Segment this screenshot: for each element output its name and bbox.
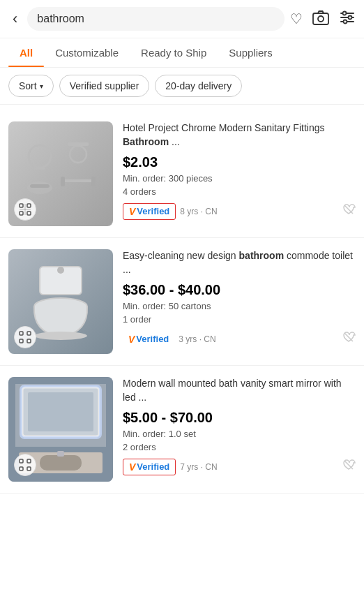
product-title: Easy-cleaning new design bathroom commod… — [123, 249, 356, 276]
wishlist-icon[interactable] — [342, 202, 356, 220]
svg-point-11 — [70, 146, 86, 163]
verified-badge: V Verified — [123, 459, 176, 475]
product-info: Easy-cleaning new design bathroom commod… — [123, 249, 356, 354]
svg-rect-17 — [20, 204, 23, 207]
product-list: Hotel Project Chrome Modern Sanitary Fit… — [0, 105, 364, 499]
svg-rect-45 — [27, 467, 31, 470]
verified-badge: V Verified — [123, 332, 174, 347]
verified-text: Verified — [137, 461, 169, 472]
svg-rect-19 — [20, 212, 23, 215]
svg-rect-42 — [20, 459, 23, 463]
svg-rect-9 — [34, 167, 45, 170]
svg-rect-15 — [61, 177, 65, 186]
verified-meta: 7 yrs · CN — [180, 462, 217, 472]
verified-supplier-filter[interactable]: Verified supplier — [59, 75, 150, 97]
camera-icon[interactable] — [312, 10, 329, 29]
svg-line-23 — [344, 205, 353, 214]
verified-meta: 8 yrs · CN — [180, 207, 217, 216]
svg-rect-44 — [20, 467, 23, 470]
scan-button-2[interactable] — [14, 326, 36, 348]
verified-text: Verified — [137, 206, 169, 216]
product-min-order: Min. order: 1.0 set — [123, 429, 356, 439]
svg-point-27 — [57, 267, 64, 274]
product-orders: 2 orders — [123, 442, 356, 452]
svg-rect-14 — [61, 179, 96, 182]
verified-badge: V Verified — [123, 203, 176, 220]
svg-rect-32 — [27, 339, 31, 343]
search-bar[interactable]: bathroom — [27, 7, 285, 31]
header: ‹ bathroom ♡ — [0, 0, 364, 38]
verified-meta: 3 yrs · CN — [179, 334, 215, 344]
tab-customizable[interactable]: Customizable — [44, 38, 130, 67]
tabs-bar: All Customizable Ready to Ship Suppliers — [0, 38, 364, 68]
wishlist-icon[interactable] — [342, 458, 356, 475]
svg-rect-29 — [20, 332, 23, 335]
product-price: $2.03 — [123, 154, 356, 170]
verified-row: V Verified 7 yrs · CN — [123, 458, 356, 475]
wishlist-icon[interactable] — [342, 330, 356, 348]
svg-rect-13 — [30, 184, 50, 188]
svg-rect-41 — [57, 451, 64, 457]
header-icons: ♡ — [290, 10, 356, 29]
table-row: Hotel Project Chrome Modern Sanitary Fit… — [0, 110, 364, 238]
search-text: bathroom — [37, 13, 84, 25]
svg-point-6 — [349, 15, 352, 19]
product-title: Modern wall mounted bath vanity smart mi… — [123, 377, 356, 404]
product-price: $5.00 - $70.00 — [123, 410, 356, 426]
product-title: Hotel Project Chrome Modern Sanitary Fit… — [123, 121, 356, 149]
table-row: Modern wall mounted bath vanity smart mi… — [0, 366, 364, 494]
back-button[interactable]: ‹ — [8, 7, 22, 31]
svg-point-5 — [343, 11, 347, 15]
svg-point-1 — [318, 16, 324, 22]
svg-rect-38 — [28, 392, 93, 431]
tab-all[interactable]: All — [8, 38, 44, 67]
svg-line-33 — [344, 333, 353, 341]
verified-v-icon: V — [128, 334, 135, 345]
product-min-order: Min. order: 50 cartons — [123, 301, 356, 311]
delivery-filter[interactable]: 20-day delivery — [155, 75, 242, 97]
verified-text: Verified — [136, 334, 169, 344]
svg-point-7 — [344, 20, 347, 23]
tab-suppliers[interactable]: Suppliers — [218, 38, 284, 67]
product-orders: 1 order — [123, 314, 356, 325]
product-orders: 4 orders — [123, 186, 356, 197]
tab-ready-to-ship[interactable]: Ready to Ship — [130, 38, 218, 67]
verified-row: V Verified 3 yrs · CN — [123, 330, 356, 348]
svg-rect-43 — [27, 459, 31, 463]
product-price: $36.00 - $40.00 — [123, 282, 356, 298]
product-min-order: Min. order: 300 pieces — [123, 173, 356, 184]
svg-rect-20 — [27, 212, 31, 215]
product-image-wrap — [8, 377, 113, 482]
heart-icon[interactable]: ♡ — [290, 10, 303, 27]
scan-button-3[interactable] — [14, 454, 36, 476]
svg-point-26 — [34, 332, 87, 340]
product-image-wrap — [8, 249, 113, 354]
svg-line-46 — [344, 461, 353, 469]
svg-rect-0 — [313, 13, 328, 24]
verified-v-icon: V — [129, 461, 135, 473]
svg-rect-18 — [27, 204, 31, 207]
sort-arrow-icon: ▾ — [40, 82, 43, 90]
filter-row: Sort ▾ Verified supplier 20-day delivery — [0, 68, 364, 105]
verified-v-icon: V — [129, 206, 135, 217]
svg-rect-30 — [27, 332, 31, 335]
table-row: Easy-cleaning new design bathroom commod… — [0, 238, 364, 366]
svg-point-8 — [29, 145, 51, 168]
scan-button-1[interactable] — [14, 198, 36, 221]
svg-rect-16 — [91, 177, 96, 186]
product-image-wrap — [8, 121, 113, 226]
verified-row: V Verified 8 yrs · CN — [123, 202, 356, 220]
product-info: Modern wall mounted bath vanity smart mi… — [123, 377, 356, 482]
svg-rect-40 — [40, 455, 82, 470]
svg-rect-31 — [20, 339, 23, 343]
product-info: Hotel Project Chrome Modern Sanitary Fit… — [123, 121, 356, 226]
sort-filter[interactable]: Sort ▾ — [8, 75, 54, 97]
filter-icon[interactable] — [339, 10, 356, 28]
